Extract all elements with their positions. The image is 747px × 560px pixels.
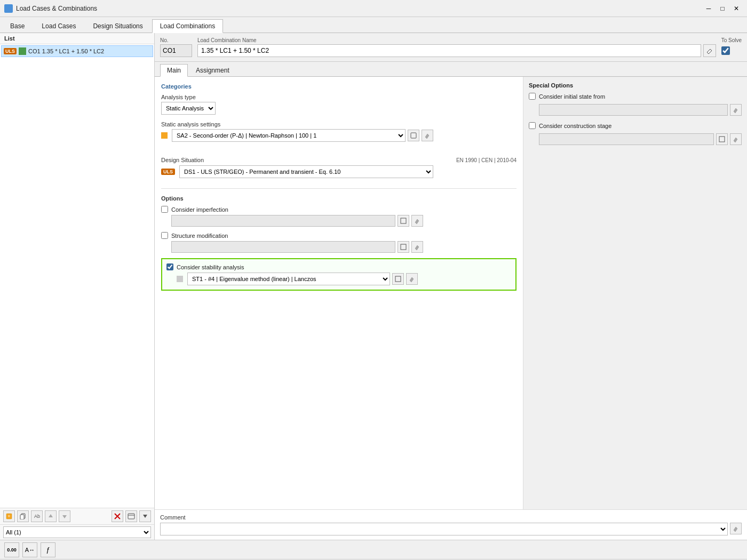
name-label: Load Combination Name [197, 37, 716, 43]
stability-btn2[interactable] [406, 273, 418, 285]
copy-button[interactable] [17, 510, 29, 522]
solve-label: To Solve [721, 37, 742, 43]
minimize-button[interactable]: ─ [702, 2, 715, 15]
window-controls: ─ □ ✕ [702, 2, 743, 15]
svg-marker-5 [49, 514, 53, 517]
filter-select[interactable]: All (1) [3, 526, 151, 538]
formula-button[interactable]: ƒ [41, 542, 55, 557]
add-button[interactable]: + [3, 510, 15, 522]
side-panel: Special Options Consider initial state f… [523, 77, 747, 509]
construction-stage-input-row [539, 133, 742, 145]
struct-mod-input-row [171, 241, 516, 253]
construction-stage-btn1[interactable] [716, 133, 728, 145]
stability-select[interactable]: ST1 - #4 | Eigenvalue method (linear) | … [187, 273, 390, 285]
main-container: List ULS CO1 1.35 * LC1 + 1.50 * LC2 + A… [0, 33, 747, 540]
maximize-button[interactable]: □ [716, 2, 729, 15]
rename-button[interactable]: Ab [31, 510, 43, 522]
svg-line-12 [710, 49, 712, 51]
struct-mod-check-row: Structure modification [161, 232, 516, 239]
construction-stage-checkbox[interactable] [529, 122, 536, 129]
titlebar-title: Load Cases & Combinations [16, 5, 702, 12]
tab-assignment[interactable]: Assignment [189, 64, 236, 76]
imperfection-btn1[interactable] [398, 215, 409, 227]
move-down-button[interactable] [59, 510, 70, 522]
options-title: Options [161, 195, 516, 202]
svg-text:Ab: Ab [34, 514, 40, 519]
initial-state-btn[interactable] [730, 104, 742, 116]
tab-main[interactable]: Main [160, 64, 188, 77]
comment-btn[interactable] [730, 523, 742, 534]
inner-tabbar: Main Assignment [155, 62, 747, 77]
tab-load-cases[interactable]: Load Cases [34, 19, 84, 33]
edit-name-button[interactable] [703, 44, 716, 57]
list-item-text: CO1 1.35 * LC1 + 1.50 * LC2 [28, 48, 104, 54]
tab-design-situations[interactable]: Design Situations [85, 19, 150, 33]
options-section: Options Consider imperfection [161, 195, 516, 291]
analysis-type-select[interactable]: Static Analysis [161, 102, 216, 115]
move-up-button[interactable] [45, 510, 57, 522]
initial-state-checkbox[interactable] [529, 93, 536, 100]
ds-header: Design Situation EN 1990 | CEN | 2010-04 [161, 157, 516, 163]
units-button[interactable]: A↔ [22, 542, 37, 557]
list-item[interactable]: ULS CO1 1.35 * LC1 + 1.50 * LC2 [1, 45, 153, 57]
solve-checkbox[interactable] [721, 46, 730, 55]
svg-rect-16 [395, 276, 401, 282]
categories-title: Categories [161, 83, 516, 90]
expand-button[interactable] [139, 510, 151, 522]
imperfection-checkbox[interactable] [161, 206, 168, 213]
construction-stage-btn2[interactable] [730, 133, 742, 145]
no-input[interactable] [160, 44, 192, 57]
content-area: Categories Analysis type Static Analysis… [155, 77, 747, 509]
no-section: No. [160, 37, 192, 57]
name-row [197, 44, 716, 57]
ds-norm: EN 1990 | CEN | 2010-04 [456, 157, 516, 163]
static-settings-label: Static analysis settings [161, 121, 516, 127]
no-label: No. [160, 37, 192, 43]
initial-state-label: Consider initial state from [539, 93, 605, 100]
solve-section: To Solve [721, 37, 742, 55]
imperfection-btn2[interactable] [411, 215, 423, 227]
comment-select[interactable] [160, 523, 728, 535]
svg-marker-11 [143, 515, 147, 518]
ds-uls-badge: ULS [161, 169, 175, 175]
design-situation-row: Design Situation EN 1990 | CEN | 2010-04… [161, 157, 516, 178]
struct-mod-checkbox[interactable] [161, 232, 168, 239]
stability-section: Consider stability analysis ST1 - #4 | E… [161, 258, 516, 291]
list-header: List [0, 33, 154, 44]
construction-stage-input [539, 133, 714, 145]
construction-stage-label: Consider construction stage [539, 123, 611, 129]
close-button[interactable]: ✕ [730, 2, 743, 15]
construction-stage-row: Consider construction stage [529, 122, 742, 129]
name-input[interactable] [197, 44, 701, 57]
view-btn[interactable] [125, 510, 137, 522]
tab-load-combinations[interactable]: Load Combinations [152, 19, 223, 33]
comment-row [160, 523, 742, 535]
svg-rect-3 [20, 515, 24, 519]
svg-rect-17 [719, 137, 725, 142]
svg-marker-6 [62, 515, 67, 518]
structure-modification-row: Structure modification [161, 232, 516, 253]
static-settings-select[interactable]: SA2 - Second-order (P-Δ) | Newton-Raphso… [172, 129, 406, 142]
design-situation-select[interactable]: DS1 - ULS (STR/GEO) - Permanent and tran… [179, 165, 433, 178]
stability-color-icon [177, 276, 183, 282]
struct-mod-input [171, 241, 395, 253]
comment-section: Comment [155, 509, 747, 540]
settings-color-icon [161, 132, 168, 139]
stability-checkbox[interactable] [166, 263, 173, 270]
decimals-button[interactable]: 0.00 [4, 542, 19, 557]
list-content: ULS CO1 1.35 * LC1 + 1.50 * LC2 [0, 44, 154, 508]
comment-label: Comment [160, 514, 742, 521]
delete-button[interactable] [112, 510, 123, 522]
struct-mod-btn1[interactable] [398, 241, 409, 253]
settings-edit-button[interactable] [422, 130, 433, 141]
imperfection-row: Consider imperfection [161, 206, 516, 227]
struct-mod-btn2[interactable] [411, 241, 423, 253]
settings-new-button[interactable] [408, 130, 419, 141]
stability-btn1[interactable] [392, 273, 404, 285]
imperfection-input [171, 215, 395, 227]
stability-input-row: ST1 - #4 | Eigenvalue method (linear) | … [177, 273, 511, 285]
imperfection-label: Consider imperfection [171, 206, 228, 213]
svg-rect-14 [401, 218, 406, 223]
tab-base[interactable]: Base [2, 19, 33, 33]
svg-rect-13 [411, 133, 416, 138]
